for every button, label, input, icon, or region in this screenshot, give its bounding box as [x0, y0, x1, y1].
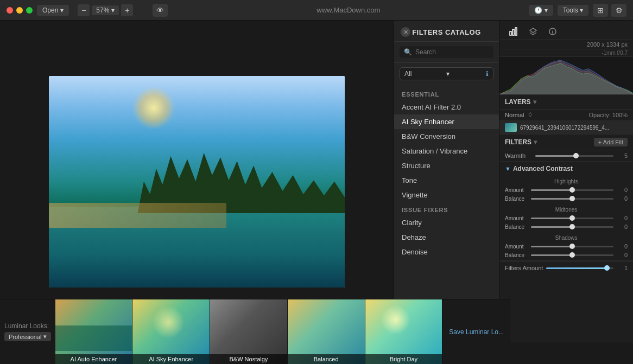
- midtones-amount-value: 0: [617, 215, 628, 221]
- image-meta: -1mm f/0.7: [602, 50, 628, 56]
- thumbnail-strip: AI Auto Enhancer AI Sky Enhancer B&W Nos…: [55, 299, 443, 364]
- midtones-balance-label: Balance: [505, 224, 528, 230]
- highlights-label: Highlights: [505, 177, 628, 186]
- thumb-label-bright-day: Bright Day: [365, 354, 442, 364]
- search-input-wrap: 🔍: [400, 46, 493, 58]
- filter-item-structure[interactable]: Structure: [394, 158, 499, 173]
- main-content: ✕ FILTERS CATALOG 🔍 All ▾ ℹ ESSENTIAL Ac…: [0, 21, 633, 342]
- zoom-in-button[interactable]: +: [121, 4, 133, 16]
- thumb-ai-sky-enhancer[interactable]: AI Sky Enhancer: [132, 299, 210, 364]
- panel-tabs: [499, 21, 633, 40]
- minimize-window-btn[interactable]: [16, 7, 23, 14]
- highlights-amount-value: 0: [617, 187, 628, 193]
- professional-badge[interactable]: Professional ▾: [4, 332, 51, 341]
- thumb-sun: [152, 306, 185, 339]
- filter-item-dehaze[interactable]: Dehaze: [394, 230, 499, 245]
- grid-icon-button[interactable]: ⊞: [593, 4, 608, 17]
- luminar-looks-label-wrap: Luminar Looks: Professional ▾: [0, 299, 55, 364]
- add-filter-button[interactable]: + Add Filt: [594, 138, 628, 146]
- warmth-row: Warmth 5: [499, 150, 633, 162]
- info-icon: ℹ: [486, 70, 489, 78]
- layers-label: LAYERS ▾: [505, 98, 536, 106]
- chevron-down-icon: ▾: [43, 333, 47, 340]
- search-icon: 🔍: [404, 48, 412, 56]
- highlights-balance-slider[interactable]: [531, 198, 613, 200]
- filter-item-tone[interactable]: Tone: [394, 173, 499, 188]
- professional-label: Professional: [9, 334, 42, 340]
- shadows-label: Shadows: [505, 233, 628, 242]
- filter-dropdown[interactable]: All ▾ ℹ: [400, 67, 493, 80]
- catalog-title: FILTERS CATALOG: [412, 28, 481, 36]
- advanced-contrast-header[interactable]: ▼ Advanced Contrast: [499, 162, 633, 176]
- filter-item-saturation[interactable]: Saturation / Vibrance: [394, 144, 499, 158]
- filter-item-bw[interactable]: B&W Conversion: [394, 129, 499, 144]
- highlights-balance-label: Balance: [505, 196, 528, 202]
- filter-item-ai-sky[interactable]: AI Sky Enhancer: [394, 114, 499, 129]
- eye-icon: 👁: [156, 6, 164, 15]
- section-header-issue-fixers: ISSUE FIXERS: [394, 202, 499, 215]
- midtones-amount-label: Amount: [505, 215, 528, 221]
- midtones-balance-slider[interactable]: [531, 226, 613, 228]
- thumb-balanced[interactable]: Balanced: [288, 299, 365, 364]
- tab-histogram[interactable]: [505, 25, 522, 40]
- warmth-value: 5: [617, 152, 628, 159]
- filter-item-vignette[interactable]: Vignette: [394, 188, 499, 202]
- sliders-icon-button[interactable]: ⚙: [611, 4, 626, 17]
- highlights-amount-label: Amount: [505, 187, 528, 193]
- save-luminar-button[interactable]: Save Luminar Lo...: [442, 328, 510, 336]
- thumb-ai-auto-enhancer[interactable]: AI Auto Enhancer: [55, 299, 133, 364]
- close-catalog-button[interactable]: ✕: [401, 27, 410, 37]
- traffic-lights: [7, 7, 33, 14]
- highlights-amount-slider[interactable]: [531, 189, 613, 191]
- advanced-contrast-title: Advanced Contrast: [513, 165, 573, 173]
- tab-layers[interactable]: [524, 25, 542, 40]
- filters-amount-slider[interactable]: [546, 267, 613, 269]
- filter-item-accent-ai[interactable]: Accent AI Filter 2.0: [394, 100, 499, 114]
- filter-catalog-panel: ✕ FILTERS CATALOG 🔍 All ▾ ℹ ESSENTIAL Ac…: [394, 21, 499, 342]
- shadows-amount-slider[interactable]: [531, 246, 613, 247]
- dropdown-value: All: [404, 70, 412, 78]
- highlights-balance-row: Balance 0: [505, 194, 628, 203]
- search-bar: 🔍: [394, 42, 499, 63]
- shadows-balance-value: 0: [617, 252, 628, 258]
- filters-amount-value: 1: [617, 265, 628, 271]
- thumb-trees: [55, 325, 132, 352]
- tools-button[interactable]: Tools ▾: [558, 5, 588, 16]
- warmth-label: Warmth: [505, 152, 532, 159]
- zoom-level: 57%: [96, 7, 109, 14]
- filter-item-clarity[interactable]: Clarity: [394, 215, 499, 230]
- filter-item-denoise[interactable]: Denoise: [394, 245, 499, 259]
- layer-name: 67929641_23941060172294599_4...: [520, 125, 628, 131]
- highlights-balance-value: 0: [617, 195, 628, 202]
- blend-mode-select[interactable]: Normal ◊: [505, 111, 532, 119]
- search-input[interactable]: [415, 48, 489, 56]
- filters-header: FILTERS ▾ + Add Filt: [499, 135, 633, 150]
- svg-rect-2: [515, 28, 517, 35]
- midtones-amount-slider[interactable]: [531, 218, 613, 219]
- advanced-contrast-section: ▼ Advanced Contrast Highlights Amount 0 …: [499, 162, 633, 261]
- warmth-slider[interactable]: [535, 155, 613, 157]
- history-icon: 🕐: [534, 7, 542, 14]
- thumb-sun: [381, 305, 410, 335]
- shadows-balance-row: Balance 0: [505, 251, 628, 259]
- dock-layer: [49, 203, 226, 228]
- open-button[interactable]: Open ▾: [37, 5, 69, 16]
- tab-info[interactable]: [544, 25, 561, 40]
- close-window-btn[interactable]: [7, 7, 13, 14]
- chevron-down-icon: ▾: [533, 98, 536, 106]
- image-size: 2000 x 1334 px: [587, 41, 628, 48]
- history-button[interactable]: 🕐 ▾: [529, 5, 553, 16]
- shadows-balance-slider[interactable]: [531, 254, 613, 256]
- thumb-label-ai-sky: AI Sky Enhancer: [132, 354, 210, 364]
- thumb-bright-day[interactable]: Bright Day: [365, 299, 443, 364]
- thumb-label-ai-auto: AI Auto Enhancer: [55, 354, 132, 364]
- preview-toggle-button[interactable]: 👁: [153, 4, 168, 17]
- thumb-bw-nostalgy[interactable]: B&W Nostalgy: [210, 299, 288, 364]
- bottom-bar: Luminar Looks: Professional ▾ AI Auto En…: [0, 299, 510, 364]
- catalog-header: ✕ FILTERS CATALOG: [394, 21, 499, 42]
- zoom-out-button[interactable]: −: [78, 4, 90, 16]
- chevron-down-icon: ▾: [60, 7, 64, 14]
- midtones-balance-row: Balance 0: [505, 222, 628, 231]
- svg-rect-1: [512, 29, 514, 35]
- fullscreen-window-btn[interactable]: [26, 7, 33, 14]
